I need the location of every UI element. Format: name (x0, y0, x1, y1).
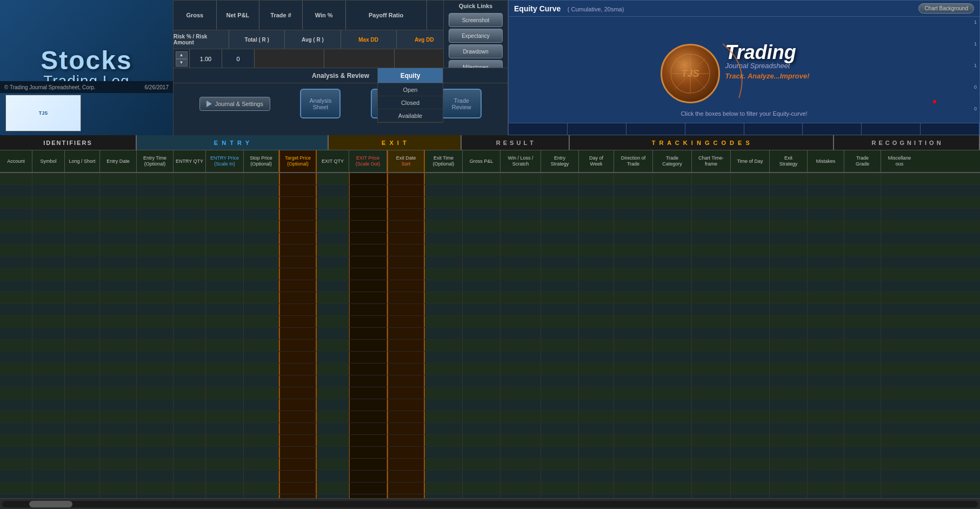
table-cell[interactable] (463, 280, 501, 292)
table-cell[interactable] (174, 256, 206, 268)
table-cell[interactable] (463, 375, 501, 387)
table-cell[interactable] (244, 316, 279, 327)
table-cell[interactable] (65, 256, 100, 268)
table-cell[interactable] (463, 494, 501, 498)
table-cell[interactable] (425, 185, 463, 196)
table-cell[interactable] (387, 268, 425, 280)
trade-review-btn[interactable]: Trade Review (441, 89, 482, 118)
table-cell[interactable] (501, 352, 541, 363)
table-cell[interactable] (0, 292, 32, 303)
table-cell[interactable] (463, 471, 501, 482)
table-row[interactable] (0, 233, 980, 244)
table-cell[interactable] (425, 280, 463, 292)
table-cell[interactable] (206, 304, 244, 315)
table-cell[interactable] (463, 482, 501, 494)
table-cell[interactable] (881, 482, 918, 494)
table-cell[interactable] (65, 233, 100, 244)
table-cell[interactable] (244, 387, 279, 399)
table-cell[interactable] (279, 173, 317, 184)
table-cell[interactable] (100, 363, 137, 375)
table-cell[interactable] (100, 340, 137, 351)
table-cell[interactable] (279, 352, 317, 363)
table-cell[interactable] (174, 340, 206, 351)
table-cell[interactable] (206, 411, 244, 422)
table-cell[interactable] (541, 459, 579, 470)
table-cell[interactable] (32, 328, 65, 339)
table-cell[interactable] (244, 292, 279, 303)
table-cell[interactable] (387, 399, 425, 411)
table-row[interactable] (0, 399, 980, 411)
table-cell[interactable] (501, 292, 541, 303)
table-cell[interactable] (808, 352, 844, 363)
table-cell[interactable] (731, 435, 770, 446)
table-cell[interactable] (0, 244, 32, 256)
table-cell[interactable] (844, 435, 881, 446)
table-cell[interactable] (844, 494, 881, 498)
table-cell[interactable] (32, 435, 65, 446)
table-cell[interactable] (881, 197, 918, 208)
table-cell[interactable] (317, 482, 349, 494)
table-cell[interactable] (653, 256, 692, 268)
table-cell[interactable] (65, 292, 100, 303)
table-cell[interactable] (881, 316, 918, 327)
table-cell[interactable] (32, 375, 65, 387)
table-cell[interactable] (614, 185, 653, 196)
table-cell[interactable] (614, 340, 653, 351)
table-cell[interactable] (808, 316, 844, 327)
table-cell[interactable] (317, 256, 349, 268)
table-cell[interactable] (279, 399, 317, 411)
table-cell[interactable] (279, 435, 317, 446)
table-cell[interactable] (881, 185, 918, 196)
table-cell[interactable] (731, 363, 770, 375)
table-cell[interactable] (614, 435, 653, 446)
table-cell[interactable] (808, 423, 844, 434)
table-cell[interactable] (279, 185, 317, 196)
table-row[interactable] (0, 340, 980, 352)
table-cell[interactable] (770, 471, 808, 482)
table-cell[interactable] (614, 268, 653, 280)
table-cell[interactable] (808, 459, 844, 470)
table-row[interactable] (0, 494, 980, 498)
table-cell[interactable] (206, 209, 244, 220)
table-cell[interactable] (541, 244, 579, 256)
table-cell[interactable] (349, 197, 387, 208)
table-cell[interactable] (317, 209, 349, 220)
table-cell[interactable] (137, 197, 174, 208)
table-cell[interactable] (100, 173, 137, 184)
table-cell[interactable] (317, 494, 349, 498)
table-cell[interactable] (349, 399, 387, 411)
table-cell[interactable] (279, 340, 317, 351)
table-cell[interactable] (808, 494, 844, 498)
table-cell[interactable] (614, 328, 653, 339)
table-cell[interactable] (174, 447, 206, 458)
table-cell[interactable] (349, 387, 387, 399)
table-cell[interactable] (65, 221, 100, 232)
table-cell[interactable] (206, 256, 244, 268)
col-exitdate[interactable]: Exit DateSort (387, 150, 425, 172)
table-cell[interactable] (100, 471, 137, 482)
table-cell[interactable] (387, 256, 425, 268)
table-cell[interactable] (32, 399, 65, 411)
table-cell[interactable] (731, 459, 770, 470)
table-cell[interactable] (614, 423, 653, 434)
table-cell[interactable] (881, 352, 918, 363)
table-cell[interactable] (463, 459, 501, 470)
table-cell[interactable] (137, 459, 174, 470)
table-cell[interactable] (692, 411, 731, 422)
table-cell[interactable] (0, 399, 32, 411)
table-cell[interactable] (174, 280, 206, 292)
table-cell[interactable] (244, 209, 279, 220)
table-cell[interactable] (279, 316, 317, 327)
table-cell[interactable] (65, 244, 100, 256)
table-cell[interactable] (541, 411, 579, 422)
table-cell[interactable] (541, 280, 579, 292)
table-cell[interactable] (32, 268, 65, 280)
table-cell[interactable] (174, 233, 206, 244)
table-cell[interactable] (881, 375, 918, 387)
table-cell[interactable] (206, 328, 244, 339)
table-cell[interactable] (463, 292, 501, 303)
table-cell[interactable] (614, 244, 653, 256)
table-row[interactable] (0, 280, 980, 292)
table-cell[interactable] (0, 459, 32, 470)
table-cell[interactable] (614, 209, 653, 220)
